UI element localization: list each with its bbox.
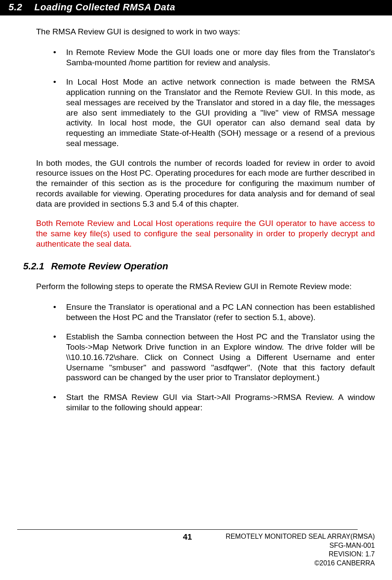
- section-header: 5.2 Loading Collected RMSA Data: [0, 0, 392, 15]
- list-item: In Local Host Mode an active network con…: [36, 77, 375, 148]
- content-area: The RMSA Review GUI is designed to work …: [0, 15, 392, 413]
- list-item: Start the RMSA Review GUI via Start->All…: [36, 392, 375, 413]
- subsection-title: Remote Review Operation: [51, 260, 168, 272]
- section-number: 5.2: [9, 2, 22, 13]
- list-item: Establish the Samba connection between t…: [36, 332, 375, 383]
- footer-copyright: ©2016 CANBERRA: [225, 559, 375, 568]
- footer-doc-id: SFG-MAN-001: [225, 541, 375, 550]
- intro-text: The RMSA Review GUI is designed to work …: [36, 27, 375, 37]
- bullet-list-1: In Remote Review Mode the GUI loads one …: [36, 47, 375, 149]
- bullet-list-2: Ensure the Translator is operational and…: [36, 302, 375, 413]
- footer-right-block: REMOTELY MONITORED SEAL ARRAY(RMSA) SFG-…: [225, 532, 375, 568]
- section-title: Loading Collected RMSA Data: [34, 2, 175, 13]
- page-number: 41: [183, 532, 192, 542]
- footer-row: 41 REMOTELY MONITORED SEAL ARRAY(RMSA) S…: [0, 532, 375, 568]
- list-item: Ensure the Translator is operational and…: [36, 302, 375, 323]
- footer-rule: [17, 529, 358, 530]
- page-footer: 41 REMOTELY MONITORED SEAL ARRAY(RMSA) S…: [0, 529, 375, 568]
- paragraph: In both modes, the GUI controls the numb…: [36, 158, 375, 209]
- footer-doc-title: REMOTELY MONITORED SEAL ARRAY(RMSA): [225, 532, 375, 541]
- subsection-header: 5.2.1 Remote Review Operation: [23, 260, 375, 272]
- warning-paragraph: Both Remote Review and Local Host operat…: [36, 218, 375, 249]
- subsection-number: 5.2.1: [23, 260, 44, 272]
- page: 5.2 Loading Collected RMSA Data The RMSA…: [0, 0, 392, 580]
- footer-revision: REVISION: 1.7: [225, 550, 375, 559]
- intro-text-2: Perform the following steps to operate t…: [36, 281, 375, 292]
- list-item: In Remote Review Mode the GUI loads one …: [36, 47, 375, 68]
